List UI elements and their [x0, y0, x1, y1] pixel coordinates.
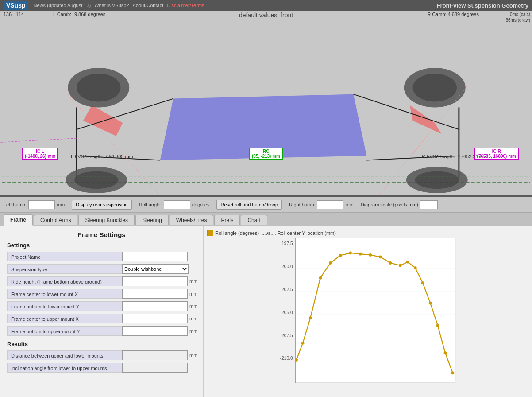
header-title: Front-view Suspension Geometry [437, 2, 528, 9]
svg-point-39 [319, 276, 322, 280]
lower-mount-x-unit: mm [189, 291, 197, 296]
tab-steering-knuckles[interactable]: Steering Knuckles [78, 215, 135, 225]
diagram-scale-label: Diagram scale (pixels:mm) [361, 202, 418, 207]
svg-point-48 [406, 261, 409, 264]
suspension-canvas: -136, -114 L Camb: -9.868 degrees R Camb… [0, 11, 532, 197]
lower-mount-x-row: Frame center to lower mount X 400 mm [7, 288, 196, 300]
ic-left-label: IC L(-1400, 26) mm [22, 148, 58, 160]
suspension-type-select[interactable]: Double wishbone MacPherson strut Multi-l… [122, 264, 189, 274]
roll-angle-group: Roll angle: -5 degrees [139, 200, 210, 209]
lower-mount-x-label: Frame center to lower mount X [7, 289, 122, 299]
nav-disclaimer[interactable]: Disclaimer/Terms [167, 3, 204, 8]
svg-point-47 [399, 264, 402, 267]
lower-mount-y-input[interactable]: 19.825 [122, 301, 188, 311]
ride-height-unit: mm [189, 279, 197, 284]
svg-point-8 [77, 74, 120, 102]
lower-mount-y-label: Frame bottom to lower mount Y [7, 301, 122, 311]
tab-wheels-tires[interactable]: Wheels/Tires [170, 215, 214, 225]
suspension-diagram [0, 11, 532, 195]
svg-text:-207.5: -207.5 [280, 333, 293, 338]
tabs-row: Frame Control Arms Steering Knuckles Ste… [0, 213, 532, 226]
svg-point-40 [329, 261, 332, 265]
upper-mount-x-input[interactable]: 441.54 [122, 314, 188, 323]
distance-mounts-row: Distance between upper and lower mounts … [7, 349, 196, 362]
settings-panel: Frame Settings Settings Project Name def… [0, 226, 204, 397]
tab-frame[interactable]: Frame [4, 214, 33, 226]
svg-point-52 [436, 324, 439, 327]
tab-prefs[interactable]: Prefs [214, 215, 240, 225]
svg-text:-210.0: -210.0 [280, 356, 293, 361]
upper-mount-y-label: Frame bottom to upper mount Y [7, 326, 122, 336]
svg-point-38 [309, 316, 312, 319]
nav-about[interactable]: About/Contact [132, 3, 163, 8]
svg-line-11 [0, 138, 77, 147]
upper-mount-x-unit: mm [189, 316, 197, 321]
project-name-label: Project Name [7, 252, 122, 261]
svg-point-19 [415, 171, 459, 189]
tab-chart[interactable]: Chart [241, 215, 267, 225]
header-nav: News (updated August 13) What is VSusp? … [34, 3, 204, 8]
upper-mount-y-input[interactable]: 221 [122, 326, 188, 336]
svg-point-46 [389, 261, 392, 265]
rc-center-label: RC(95, -213) mm [249, 148, 283, 160]
svg-point-54 [451, 371, 455, 374]
lower-mount-y-row: Frame bottom to lower mount Y 19.825 mm [7, 300, 196, 312]
tab-control-arms[interactable]: Control Arms [34, 215, 77, 225]
roll-angle-input[interactable]: -5 [164, 200, 190, 209]
svg-point-53 [444, 351, 447, 354]
chart-svg: -197.5 -200.0 -202.5 -205.0 -207.5 -210.… [207, 238, 528, 393]
upper-mount-y-unit: mm [189, 328, 197, 334]
tab-steering[interactable]: Steering [135, 215, 169, 225]
nav-what[interactable]: What is VSusp? [94, 3, 129, 8]
fvsa-right-label: R FVSA length: -77652.21 mm [422, 154, 488, 159]
lower-mount-y-unit: mm [189, 304, 197, 309]
svg-text:-200.0: -200.0 [280, 264, 293, 269]
left-bump-label: Left bump: [4, 202, 27, 207]
display-rear-button[interactable]: Display rear suspension [72, 200, 131, 210]
svg-point-43 [359, 253, 362, 256]
main-area: Frame Settings Settings Project Name def… [0, 226, 532, 397]
upper-mount-x-row: Frame center to upper mount X 441.54 mm [7, 312, 196, 325]
suspension-type-label: Suspension type [7, 264, 122, 274]
reset-button[interactable]: Reset roll and bump/droop [216, 200, 282, 210]
track-width-label: Track width: 1499.421 mm [0, 11, 266, 16]
legend-color-swatch [207, 230, 213, 236]
upper-mount-x-label: Frame center to upper mount X [7, 314, 122, 323]
left-bump-input[interactable]: -74.75 [28, 200, 55, 209]
inclination-angle-label: Inclination angle from lower to upper mo… [7, 363, 122, 373]
svg-point-45 [379, 256, 382, 259]
roll-angle-unit: degrees [192, 202, 210, 207]
roll-angle-label: Roll angle: [139, 202, 162, 207]
inclination-angle-value: 79.333 [122, 363, 188, 373]
svg-point-37 [301, 342, 305, 345]
ride-height-input[interactable]: 92 [122, 276, 188, 286]
fvsa-left-label: L FVSA length: -694.305 mm [71, 154, 133, 159]
suspension-type-row: Suspension type Double wishbone MacPhers… [7, 263, 196, 275]
left-bump-group: Left bump: -74.75 mm [4, 200, 65, 209]
chart-legend-label: Roll angle (degrees) ....vs.... Roll cen… [215, 230, 336, 236]
project-name-row: Project Name default values [7, 250, 196, 263]
right-bump-unit: mm [345, 202, 353, 207]
svg-marker-12 [410, 105, 441, 134]
svg-point-44 [369, 253, 372, 257]
svg-point-50 [421, 281, 424, 284]
distance-mounts-value: 205.419 [122, 350, 188, 360]
upper-mount-y-row: Frame bottom to upper mount Y 221 mm [7, 325, 196, 337]
svg-point-51 [429, 301, 432, 304]
distance-mounts-label: Distance between upper and lower mounts [7, 350, 122, 360]
ride-height-row: Ride height (Frame bottom above ground) … [7, 275, 196, 288]
ride-height-label: Ride height (Frame bottom above ground) [7, 276, 122, 286]
right-bump-input[interactable]: -72.75 [317, 200, 343, 209]
diagram-scale-input[interactable]: 2 [420, 200, 438, 209]
settings-section-header: Settings [7, 242, 196, 249]
lower-mount-x-input[interactable]: 400 [122, 289, 188, 299]
right-bump-group: Right bump: -72.75 mm [289, 200, 354, 209]
right-bump-label: Right bump: [289, 202, 315, 207]
distance-mounts-unit: mm [189, 353, 197, 358]
controls-row: Left bump: -74.75 mm Display rear suspen… [0, 197, 532, 213]
left-bump-unit: mm [57, 202, 65, 207]
project-name-input[interactable]: default values [122, 252, 188, 261]
inclination-angle-row: Inclination angle from lower to upper mo… [7, 362, 196, 374]
nav-news[interactable]: News (updated August 13) [34, 3, 91, 8]
diagram-scale-group: Diagram scale (pixels:mm) 2 [361, 200, 438, 209]
